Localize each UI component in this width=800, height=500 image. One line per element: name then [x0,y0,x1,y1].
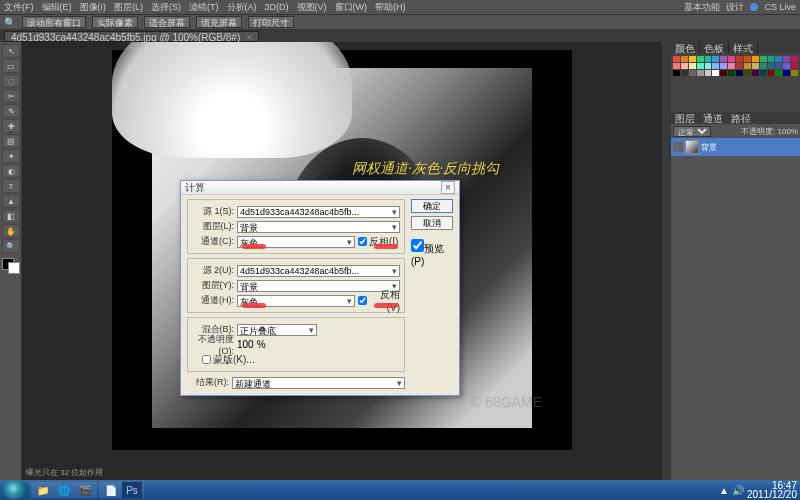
gradient-tool[interactable]: ▤ [2,134,20,148]
menu-file[interactable]: 文件(F) [4,1,34,14]
swatch[interactable] [705,63,712,69]
swatch[interactable] [783,70,790,76]
swatch[interactable] [689,56,696,62]
system-clock[interactable]: 16:472011/12/20 [747,481,797,499]
swatch[interactable] [689,70,696,76]
tab-channels[interactable]: 通道 [699,112,727,124]
swatch[interactable] [720,63,727,69]
swatch[interactable] [783,56,790,62]
swatch[interactable] [705,56,712,62]
swatch[interactable] [681,70,688,76]
swatch[interactable] [783,63,790,69]
swatch[interactable] [712,63,719,69]
taskbar-browser-icon[interactable]: 🌐 [54,482,74,498]
crop-tool[interactable]: ✂ [2,89,20,103]
swatch[interactable] [712,56,719,62]
taskbar-doc-icon[interactable]: 📄 [101,482,121,498]
brush-tool[interactable]: ✎ [2,104,20,118]
swatch[interactable] [673,70,680,76]
blend-mode-dialog-select[interactable]: 正片叠底 [237,324,317,336]
menu-3d[interactable]: 3D(D) [265,2,289,12]
workspace-design[interactable]: 设计 [726,1,744,14]
dialog-close-icon[interactable]: × [441,181,455,194]
preview-check[interactable]: 预览(P) [411,239,453,267]
fill-screen-button[interactable]: 填充屏幕 [196,16,242,28]
swatch[interactable] [760,63,767,69]
fit-screen-button[interactable]: 适合屏幕 [144,16,190,28]
tray-icon[interactable]: ▲ [719,485,729,496]
swatch[interactable] [697,56,704,62]
tab-color[interactable]: 颜色 [671,42,700,54]
heal-tool[interactable]: ✚ [2,119,20,133]
cslive-label[interactable]: CS Live [764,2,796,12]
menu-view[interactable]: 视图(V) [297,1,327,14]
menu-filter[interactable]: 滤镜(T) [189,1,219,14]
tab-styles[interactable]: 样式 [729,42,758,54]
tray-network-icon[interactable]: 🔊 [732,485,744,496]
swatch[interactable] [728,63,735,69]
mask-check[interactable]: 蒙版(K)... [202,353,255,367]
swatch[interactable] [728,70,735,76]
ok-button[interactable]: 确定 [411,199,453,213]
swatch[interactable] [728,56,735,62]
pen-tool[interactable]: ▲ [2,194,20,208]
menu-select[interactable]: 选择(S) [151,1,181,14]
color-swatch[interactable] [2,258,20,274]
swatch[interactable] [736,56,743,62]
swatch[interactable] [768,56,775,62]
swatch[interactable] [697,63,704,69]
actual-pixels-button[interactable]: 实际像素 [92,16,138,28]
swatch[interactable] [689,63,696,69]
visibility-icon[interactable] [673,142,683,152]
tab-swatches[interactable]: 色板 [700,42,729,54]
document-tab[interactable]: 4d51d933ca443248ac4b5fb5.jpg @ 100%(RGB/… [4,31,259,42]
swatch[interactable] [760,56,767,62]
swatch[interactable] [736,70,743,76]
lasso-tool[interactable]: ◌ [2,74,20,88]
taskbar-media-icon[interactable]: 🎬 [75,482,95,498]
taskbar-photoshop-icon[interactable]: Ps [122,482,142,498]
result-select[interactable]: 新建通道 [232,377,405,389]
swatch[interactable] [752,56,759,62]
print-size-button[interactable]: 打印尺寸 [248,16,294,28]
type-tool[interactable]: T [2,179,20,193]
menu-edit[interactable]: 编辑(E) [42,1,72,14]
hand-tool[interactable]: ✋ [2,224,20,238]
cancel-button[interactable]: 取消 [411,216,453,230]
swatch[interactable] [720,70,727,76]
swatch[interactable] [744,70,751,76]
swatch[interactable] [744,63,751,69]
start-button[interactable] [3,481,29,499]
source2-invert-check[interactable]: 反相(V) [358,288,400,313]
swatch[interactable] [752,63,759,69]
swatch[interactable] [673,63,680,69]
swatch[interactable] [752,70,759,76]
close-tab-icon[interactable]: × [246,32,252,43]
menu-image[interactable]: 图像(I) [80,1,107,14]
swatches-grid[interactable] [671,54,800,102]
source1-file-select[interactable]: 4d51d933ca443248ac4b5fb... [237,206,400,218]
marquee-tool[interactable]: ▭ [2,59,20,73]
blend-mode-select[interactable]: 正常 [673,126,711,137]
shape-tool[interactable]: ◧ [2,209,20,223]
workspace-basic[interactable]: 基本功能 [684,1,720,14]
swatch[interactable] [775,56,782,62]
swatch[interactable] [768,63,775,69]
menu-window[interactable]: 窗口(W) [335,1,368,14]
swatch[interactable] [760,70,767,76]
tab-layers[interactable]: 图层 [671,112,699,124]
swatch[interactable] [744,56,751,62]
swatch[interactable] [712,70,719,76]
swatch[interactable] [791,70,798,76]
swatch[interactable] [791,56,798,62]
scroll-all-windows[interactable]: 滚动所有窗口 [22,16,86,28]
taskbar-explorer-icon[interactable]: 📁 [33,482,53,498]
source1-layer-select[interactable]: 背景 [237,221,400,233]
zoom-tool[interactable]: 🔍 [2,239,20,253]
menu-help[interactable]: 帮助(H) [375,1,406,14]
swatch[interactable] [775,63,782,69]
swatch[interactable] [775,70,782,76]
layer-row[interactable]: 背景 [671,138,800,156]
swatch[interactable] [673,56,680,62]
swatch[interactable] [697,70,704,76]
